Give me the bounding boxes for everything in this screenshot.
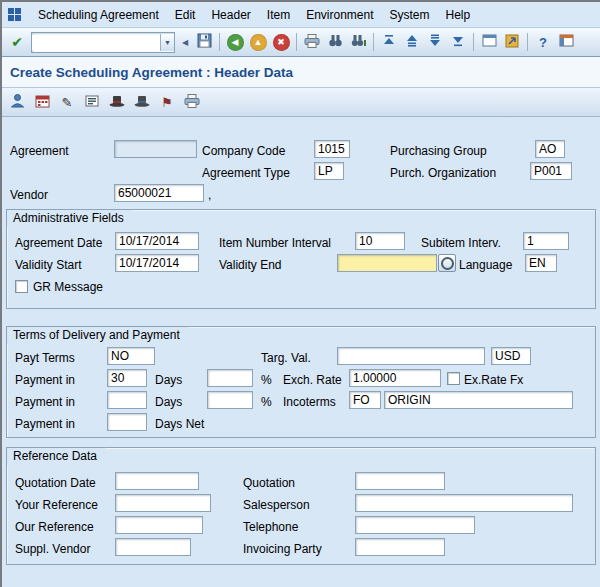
validity-start-input[interactable] bbox=[115, 254, 199, 272]
exit-arrow-icon: ▲ bbox=[250, 34, 267, 51]
personal-setting-button[interactable] bbox=[6, 91, 28, 113]
suppl-vendor-label: Suppl. Vendor bbox=[15, 540, 90, 558]
exch-rate-input[interactable] bbox=[349, 369, 441, 387]
invoicing-party-input[interactable] bbox=[355, 538, 445, 556]
payt-terms-input[interactable] bbox=[107, 347, 155, 365]
validity-end-label: Validity End bbox=[219, 256, 281, 274]
payt-terms-label: Payt Terms bbox=[15, 349, 75, 367]
targ-val-input[interactable] bbox=[337, 347, 485, 365]
last-page-icon bbox=[452, 34, 464, 50]
our-reference-input[interactable] bbox=[115, 516, 203, 534]
menu-system[interactable]: System bbox=[382, 5, 438, 25]
menu-item[interactable]: Item bbox=[259, 5, 298, 25]
create-shortcut-button[interactable] bbox=[501, 31, 523, 53]
menu-help[interactable]: Help bbox=[438, 5, 479, 25]
edit-button[interactable]: ✎ bbox=[56, 91, 78, 113]
company-code-label: Company Code bbox=[202, 142, 285, 160]
release-strategy-button[interactable]: ⚑ bbox=[156, 91, 178, 113]
agreement-type-input[interactable] bbox=[314, 162, 344, 180]
customize-layout-button[interactable] bbox=[555, 31, 577, 53]
currency-input[interactable] bbox=[491, 347, 531, 365]
header-conditions-button[interactable] bbox=[131, 91, 153, 113]
application-toolbar: ✎ ⚑ bbox=[2, 88, 600, 117]
new-session-button[interactable] bbox=[478, 31, 500, 53]
payment-percent-input-1[interactable] bbox=[207, 369, 253, 387]
payment-percent-input-2[interactable] bbox=[207, 391, 253, 409]
menu-edit[interactable]: Edit bbox=[167, 5, 204, 25]
exit-button[interactable]: ▲ bbox=[247, 31, 269, 53]
vendor-input[interactable] bbox=[114, 184, 204, 202]
delivery-schedule-button[interactable] bbox=[31, 91, 53, 113]
agreement-date-input[interactable] bbox=[115, 232, 199, 250]
quotation-input[interactable] bbox=[355, 472, 445, 490]
print-button[interactable] bbox=[301, 31, 323, 53]
your-reference-label: Your Reference bbox=[15, 496, 98, 514]
possible-entries-button[interactable] bbox=[438, 254, 456, 272]
administrative-fields-title: Administrative Fields bbox=[6, 209, 144, 227]
incoterms-code-input[interactable] bbox=[349, 391, 381, 409]
find-next-button[interactable] bbox=[347, 31, 369, 53]
standard-toolbar: ✔ ▼ ◀ ◀ ▲ ✖ bbox=[2, 28, 600, 57]
vendor-label: Vendor bbox=[10, 186, 48, 204]
incoterms-description-input[interactable] bbox=[384, 391, 573, 409]
days-net-label: Days Net bbox=[155, 415, 204, 433]
quotation-date-input[interactable] bbox=[115, 472, 199, 490]
our-reference-label: Our Reference bbox=[15, 518, 94, 536]
purchasing-group-input[interactable] bbox=[535, 140, 565, 158]
gr-message-label: GR Message bbox=[33, 278, 103, 296]
company-code-input[interactable] bbox=[314, 140, 350, 158]
print-preview-button[interactable] bbox=[181, 91, 203, 113]
save-button[interactable] bbox=[193, 31, 215, 53]
header-hat-icon bbox=[109, 95, 125, 110]
cancel-x-icon: ✖ bbox=[273, 34, 290, 51]
agreement-label: Agreement bbox=[10, 142, 69, 160]
toolbar-separator bbox=[373, 33, 374, 51]
header-details-button[interactable] bbox=[106, 91, 128, 113]
payment-days-input-2[interactable] bbox=[107, 391, 147, 409]
conditions-hat-icon bbox=[134, 95, 150, 110]
gr-message-checkbox[interactable] bbox=[15, 280, 28, 293]
command-input[interactable] bbox=[32, 35, 160, 50]
validity-end-input[interactable] bbox=[337, 254, 437, 272]
menu-header[interactable]: Header bbox=[203, 5, 258, 25]
help-button[interactable]: ? bbox=[532, 31, 554, 53]
days-label-2: Days bbox=[155, 393, 182, 411]
toolbar-separator bbox=[473, 33, 474, 51]
back-button[interactable]: ◀ bbox=[224, 31, 246, 53]
menu-environment[interactable]: Environment bbox=[298, 5, 381, 25]
page-up-icon bbox=[406, 34, 418, 50]
printer-icon bbox=[184, 94, 200, 111]
last-page-button[interactable] bbox=[447, 31, 469, 53]
item-number-interval-input[interactable] bbox=[355, 232, 405, 250]
flag-icon: ⚑ bbox=[161, 96, 173, 109]
page-up-button[interactable] bbox=[401, 31, 423, 53]
salesperson-input[interactable] bbox=[355, 494, 573, 512]
enter-button[interactable]: ✔ bbox=[6, 31, 28, 53]
toolbar-separator bbox=[219, 33, 220, 51]
find-button[interactable] bbox=[324, 31, 346, 53]
subitem-interval-input[interactable] bbox=[523, 232, 569, 250]
page-title: Create Scheduling Agreement : Header Dat… bbox=[10, 65, 293, 80]
purch-organization-input[interactable] bbox=[530, 162, 572, 180]
menu-scheduling-agreement[interactable]: Scheduling Agreement bbox=[30, 5, 167, 25]
telephone-input[interactable] bbox=[355, 516, 475, 534]
your-reference-input[interactable] bbox=[115, 494, 211, 512]
command-dropdown-button[interactable]: ▼ bbox=[160, 34, 174, 51]
ex-rate-fx-checkbox[interactable] bbox=[447, 372, 460, 385]
agreement-input[interactable] bbox=[114, 140, 197, 158]
invoicing-party-label: Invoicing Party bbox=[243, 540, 322, 558]
page-down-button[interactable] bbox=[424, 31, 446, 53]
incoterms-label: Incoterms bbox=[283, 393, 336, 411]
overview-button[interactable] bbox=[81, 91, 103, 113]
agreement-type-label: Agreement Type bbox=[202, 164, 290, 182]
payment-days-input-1[interactable] bbox=[107, 369, 147, 387]
item-number-interval-label: Item Number Interval bbox=[219, 234, 331, 252]
collapse-command-field-button[interactable]: ◀ bbox=[178, 31, 192, 53]
first-page-button[interactable] bbox=[378, 31, 400, 53]
language-input[interactable] bbox=[525, 254, 557, 272]
suppl-vendor-input[interactable] bbox=[115, 538, 191, 556]
possible-entries-icon bbox=[441, 257, 454, 270]
payment-days-input-3[interactable] bbox=[107, 413, 147, 431]
cancel-button[interactable]: ✖ bbox=[270, 31, 292, 53]
validity-start-label: Validity Start bbox=[15, 256, 81, 274]
